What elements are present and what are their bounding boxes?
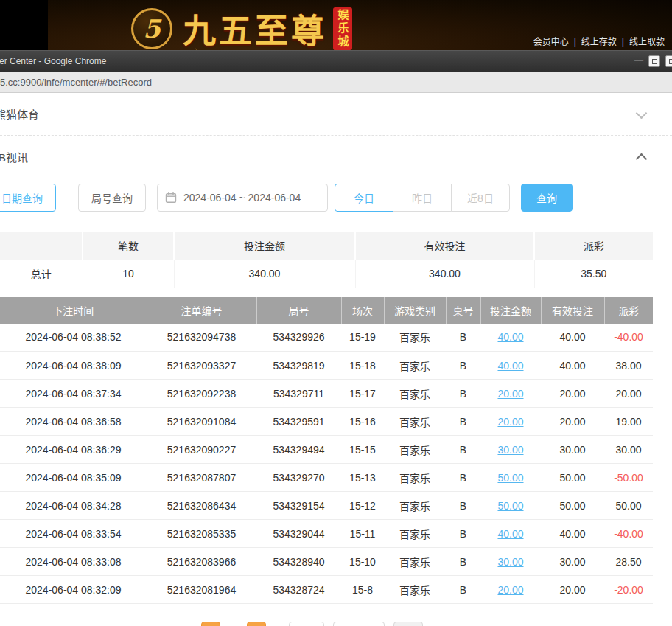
cell-session: 15-10	[341, 548, 384, 576]
cell-game-type: 百家乐	[384, 464, 446, 492]
chevron-down-icon[interactable]	[636, 108, 648, 119]
cell-payout: -20.00	[604, 576, 653, 604]
section-panda-sports[interactable]: 熊猫体育	[0, 93, 672, 136]
section-bb-video[interactable]: BB视讯	[0, 136, 672, 177]
cell-session: 15-18	[341, 352, 384, 380]
bet-amount-link[interactable]: 20.00	[497, 416, 523, 428]
summary-header-bet-amount: 投注金额	[174, 232, 355, 260]
chrome-titlebar: er Center - Google Chrome —	[0, 50, 672, 72]
quick-date-button-group: 今日 昨日 近8日	[335, 184, 510, 212]
cell-bet-amount: 40.00	[480, 520, 541, 548]
url-text[interactable]: 5.cc:9900/infe/mcenter/#/betRecord	[0, 77, 152, 88]
cell-order-number: 521632092238	[147, 380, 256, 408]
bet-amount-link[interactable]: 40.00	[497, 331, 523, 343]
col-header-payout: 派彩	[604, 297, 653, 324]
calendar-icon	[165, 192, 177, 204]
cell-bet-time: 2024-06-04 08:36:58	[0, 408, 147, 436]
cell-session: 15-11	[341, 520, 384, 548]
cell-session: 15-12	[341, 492, 384, 520]
cell-payout: 50.00	[604, 492, 653, 520]
round-query-button[interactable]: 局号查询	[78, 184, 146, 212]
chevron-up-icon[interactable]	[636, 153, 648, 165]
cell-table-number: B	[446, 492, 480, 520]
site-logo: 5 九五至尊 娱乐城	[131, 4, 352, 50]
restore-window-icon[interactable]	[648, 55, 660, 67]
last-8-days-button[interactable]: 近8日	[451, 184, 510, 212]
chrome-urlbar[interactable]: 5.cc:9900/infe/mcenter/#/betRecord	[0, 72, 672, 93]
col-header-game-type: 游戏类别	[384, 297, 446, 324]
cell-table-number: B	[446, 324, 480, 352]
bet-amount-link[interactable]: 40.00	[497, 360, 523, 372]
cell-bet-time: 2024-06-04 08:38:09	[0, 352, 147, 380]
bet-amount-link[interactable]: 50.00	[497, 472, 523, 484]
nav-member-center-link[interactable]: 会员中心	[533, 37, 569, 47]
table-row: 2024-06-04 08:34:28 521632086434 5343291…	[0, 492, 653, 520]
cell-payout: -50.00	[604, 464, 653, 492]
date-range-picker[interactable]: 2024-06-04 ~ 2024-06-04	[157, 184, 328, 212]
cell-valid-bet: 40.00	[541, 352, 604, 380]
cell-order-number: 521632090227	[147, 436, 256, 464]
summary-header-count: 笔数	[83, 232, 174, 260]
cell-valid-bet: 40.00	[541, 520, 604, 548]
cell-game-type: 百家乐	[384, 436, 446, 464]
col-header-bet-amount: 投注金额	[480, 297, 541, 324]
cell-order-number: 521632085335	[147, 520, 256, 548]
cell-payout: 28.50	[604, 548, 653, 576]
table-row: 2024-06-04 08:35:09 521632087807 5343292…	[0, 464, 653, 492]
cell-table-number: B	[446, 436, 480, 464]
table-row: 2024-06-04 08:36:58 521632091084 5343295…	[0, 408, 653, 436]
cell-valid-bet: 50.00	[541, 492, 604, 520]
pagination-page-size-select[interactable]	[333, 622, 385, 626]
nav-online-withdraw-link[interactable]: 线上取款	[629, 37, 665, 47]
cell-session: 15-15	[341, 436, 384, 464]
date-query-button[interactable]: 日期查询	[0, 184, 56, 212]
bet-amount-link[interactable]: 50.00	[497, 500, 523, 512]
cell-bet-time: 2024-06-04 08:33:54	[0, 520, 147, 548]
date-range-value: 2024-06-04 ~ 2024-06-04	[183, 192, 301, 204]
cell-game-type: 百家乐	[384, 520, 446, 548]
search-button[interactable]: 查询	[521, 184, 573, 212]
logo-circle-digit: 5	[143, 14, 161, 44]
nav-separator: |	[622, 37, 624, 47]
cell-bet-time: 2024-06-04 08:33:08	[0, 548, 147, 576]
summary-total-valid-bet: 340.00	[355, 260, 534, 288]
cell-order-number: 521632081964	[147, 576, 256, 604]
bet-amount-link[interactable]: 20.00	[497, 388, 523, 400]
cell-order-number: 521632093327	[147, 352, 256, 380]
bet-amount-link[interactable]: 30.00	[497, 556, 523, 568]
minimize-icon[interactable]: —	[634, 55, 643, 68]
nav-separator: |	[574, 37, 576, 47]
cell-session: 15-8	[341, 576, 384, 604]
cell-order-number: 521632086434	[147, 492, 256, 520]
today-button[interactable]: 今日	[335, 184, 393, 212]
nav-online-deposit-link[interactable]: 线上存款	[581, 37, 617, 47]
bet-amount-link[interactable]: 30.00	[497, 444, 523, 456]
cell-valid-bet: 20.00	[541, 380, 604, 408]
banner-nav: 会员中心|线上存款|线上取款	[533, 35, 665, 47]
cell-payout: 20.00	[604, 380, 653, 408]
pagination-next-button[interactable]	[289, 622, 324, 626]
bet-record-table: 下注时间 注单编号 局号 场次 游戏类别 桌号 投注金额 有效投注 派彩 202…	[0, 297, 653, 605]
pagination-prev-button[interactable]	[201, 622, 220, 626]
cell-bet-amount: 20.00	[480, 576, 541, 604]
close-window-icon[interactable]	[665, 55, 672, 67]
pagination-page-button[interactable]	[247, 622, 266, 626]
col-header-session: 场次	[341, 297, 384, 324]
col-header-valid-bet: 有效投注	[541, 297, 604, 324]
cell-order-number: 521632083966	[147, 548, 256, 576]
cell-round-number: 534328940	[256, 548, 341, 576]
bet-amount-link[interactable]: 20.00	[497, 584, 523, 596]
cell-table-number: B	[446, 548, 480, 576]
cell-round-number: 534329494	[256, 436, 341, 464]
cell-game-type: 百家乐	[384, 548, 446, 576]
pagination-jump-input[interactable]	[393, 622, 423, 626]
cell-bet-amount: 30.00	[480, 548, 541, 576]
summary-total-bet-amount: 340.00	[174, 260, 355, 288]
close-glyph	[669, 59, 672, 64]
bet-amount-link[interactable]: 40.00	[497, 528, 523, 540]
col-header-table-number: 桌号	[446, 297, 480, 324]
cell-payout: -40.00	[604, 324, 653, 352]
yesterday-button[interactable]: 昨日	[393, 184, 452, 212]
summary-table: 笔数 投注金额 有效投注 派彩 总计 10 340.00 340.00 35.5…	[0, 232, 653, 288]
cell-round-number: 534329154	[256, 492, 341, 520]
